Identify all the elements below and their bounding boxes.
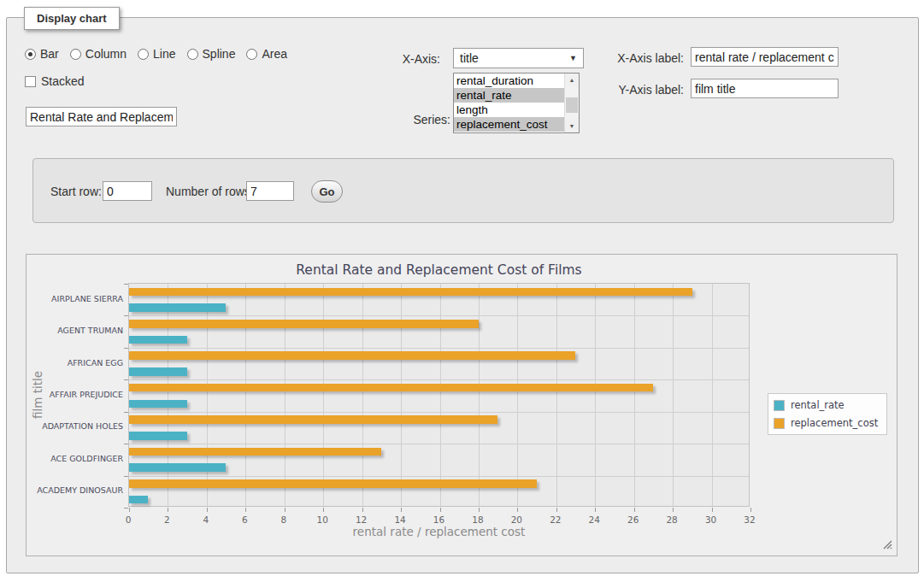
num-rows-input[interactable] xyxy=(246,181,294,201)
bar-replacement_cost xyxy=(129,288,692,297)
x-tick-label: 10 xyxy=(305,514,339,525)
series-option-rental_rate[interactable]: rental_rate xyxy=(454,88,564,103)
chart-type-option-spline[interactable]: Spline xyxy=(187,47,236,61)
scrollbar[interactable]: ▲ ▼ xyxy=(564,73,579,132)
scrollbar-thumb[interactable] xyxy=(566,97,578,113)
gridline-vertical xyxy=(207,284,208,506)
x-axis-tick xyxy=(168,508,168,512)
bar-replacement_cost xyxy=(129,384,653,392)
radio-icon[interactable] xyxy=(187,49,198,60)
y-category-label: ACE GOLDFINGER xyxy=(26,454,123,463)
gridline-vertical xyxy=(440,284,441,506)
chart-type-option-line[interactable]: Line xyxy=(138,47,175,61)
series-option-replacement_cost[interactable]: replacement_cost xyxy=(454,117,564,132)
bar-rental_rate xyxy=(129,336,187,344)
series-multiselect[interactable]: rental_durationrental_ratelengthreplacem… xyxy=(453,73,580,133)
resize-handle-icon[interactable] xyxy=(882,539,892,550)
x-tick-label: 14 xyxy=(383,514,417,525)
x-tick-label: 26 xyxy=(616,514,650,525)
x-tick-label: 0 xyxy=(111,514,145,525)
x-tick-label: 16 xyxy=(422,514,456,525)
start-row-input[interactable] xyxy=(103,181,152,201)
chevron-down-icon: ▼ xyxy=(569,54,577,62)
bar-replacement_cost xyxy=(129,351,575,360)
x-axis-tick xyxy=(207,508,208,512)
y-axis-label-label: Y-Axis label: xyxy=(598,83,684,97)
gridline-vertical xyxy=(556,284,557,506)
y-category-label: AIRPLANE SIERRA xyxy=(26,294,123,303)
series-option-rental_duration[interactable]: rental_duration xyxy=(454,73,564,88)
plot-area xyxy=(128,283,750,507)
y-axis-tick xyxy=(124,379,128,380)
y-axis-tick xyxy=(124,476,128,477)
bar-rental_rate xyxy=(129,303,226,312)
gridline-vertical xyxy=(245,284,246,506)
bar-rental_rate xyxy=(129,496,148,504)
scrollbar-track[interactable] xyxy=(565,86,579,120)
x-axis-label-label: X-Axis label: xyxy=(598,51,684,65)
chart-type-option-bar[interactable]: Bar xyxy=(25,47,59,61)
bar-rental_rate xyxy=(129,367,187,376)
bar-replacement_cost xyxy=(129,479,537,488)
chart-type-label: Area xyxy=(262,47,287,61)
x-axis-tick xyxy=(440,508,441,512)
chart-container: Rental Rate and Replacement Cost of Film… xyxy=(26,254,898,556)
page: Display chart BarColumnLineSplineArea St… xyxy=(0,0,924,582)
radio-icon[interactable] xyxy=(246,49,257,60)
y-axis-tick xyxy=(124,412,128,413)
radio-icon[interactable] xyxy=(70,49,81,60)
x-axis-tick xyxy=(517,508,518,512)
x-tick-label: 28 xyxy=(655,514,689,525)
x-axis-tick xyxy=(362,508,363,512)
x-tick-label: 2 xyxy=(150,514,184,525)
bar-rental_rate xyxy=(129,432,187,440)
x-axis-tick xyxy=(285,508,285,512)
x-axis-tick xyxy=(245,508,246,512)
gridline-vertical xyxy=(517,284,518,506)
row-range-panel: Start row: Number of rows: Go xyxy=(32,158,894,223)
scrollbar-down-icon[interactable]: ▼ xyxy=(565,120,579,132)
x-tick-label: 12 xyxy=(344,514,379,525)
y-category-label: ACADEMY DINOSAUR xyxy=(26,485,123,495)
bar-replacement_cost xyxy=(129,415,497,424)
x-axis-tick xyxy=(401,508,402,512)
bar-rental_rate xyxy=(129,463,226,472)
gridline-vertical xyxy=(285,284,285,506)
series-select-label: Series: xyxy=(376,113,450,126)
y-axis-tick xyxy=(124,508,128,509)
x-tick-label: 32 xyxy=(733,514,767,525)
y-category-label: ADAPTATION HOLES xyxy=(26,421,123,431)
x-tick-label: 4 xyxy=(189,514,223,525)
x-axis-label-input[interactable] xyxy=(691,47,839,67)
gridline-horizontal xyxy=(129,315,749,316)
chart-type-label: Line xyxy=(153,47,175,61)
chart-type-option-column[interactable]: Column xyxy=(70,47,127,61)
scrollbar-up-icon[interactable]: ▲ xyxy=(565,73,579,86)
gridline-vertical xyxy=(673,284,674,506)
chart-type-option-area[interactable]: Area xyxy=(246,47,287,61)
y-axis-label-input[interactable] xyxy=(691,79,839,98)
series-option-length[interactable]: length xyxy=(454,103,564,117)
x-axis-tick xyxy=(129,508,130,512)
x-tick-label: 30 xyxy=(694,514,728,525)
chart-type-label: Spline xyxy=(203,47,236,61)
radio-icon[interactable] xyxy=(25,49,36,60)
gridline-horizontal xyxy=(129,348,749,349)
gridline-vertical xyxy=(168,284,168,506)
legend-item-rental_rate: rental_rate xyxy=(774,399,878,411)
x-axis-select[interactable]: title ▼ xyxy=(453,48,584,68)
x-axis-tick xyxy=(595,508,596,512)
legend-swatch-icon xyxy=(774,418,785,429)
y-category-label: AGENT TRUMAN xyxy=(26,326,123,335)
y-axis-tick xyxy=(124,315,128,316)
bar-replacement_cost xyxy=(129,448,381,456)
radio-icon[interactable] xyxy=(138,49,149,60)
go-button[interactable]: Go xyxy=(311,180,343,203)
gridline-vertical xyxy=(595,284,596,506)
chart-title: Rental Rate and Replacement Cost of Film… xyxy=(128,262,750,278)
y-axis-tick xyxy=(124,284,128,285)
stacked-checkbox[interactable] xyxy=(25,76,36,87)
gridline-vertical xyxy=(323,284,324,506)
chart-title-input[interactable] xyxy=(26,107,177,126)
chart-type-label: Column xyxy=(85,47,127,61)
